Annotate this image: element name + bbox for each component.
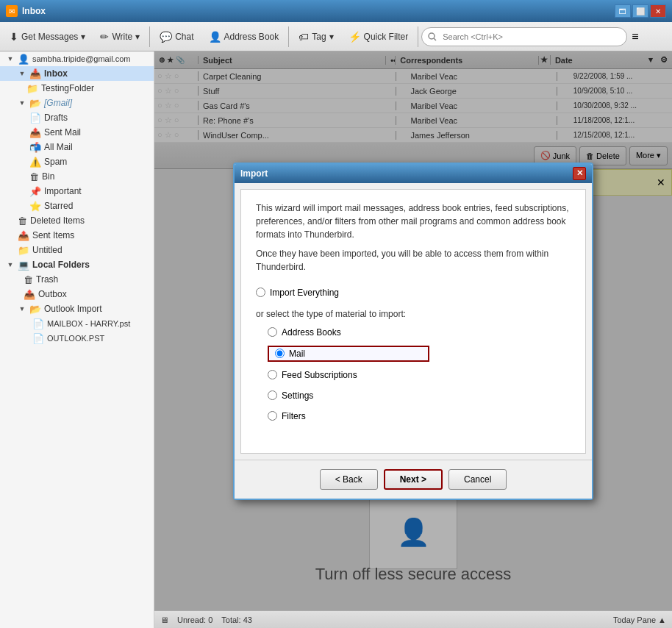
radio-import-everything-input[interactable] — [256, 288, 265, 297]
sidebar-item-starred[interactable]: ⭐ Starred — [0, 199, 154, 213]
outlook-toggle[interactable]: ▼ — [18, 304, 26, 313]
radio-address-books[interactable]: Address Books — [268, 325, 571, 340]
outbox-icon: 📤 — [24, 289, 35, 300]
radio-filters[interactable]: Filters — [268, 409, 571, 424]
modal-overlay: Import ✕ This wizard will import mail me… — [154, 51, 672, 610]
sidebar-item-local-folders[interactable]: ▼ 💻 Local Folders — [0, 257, 154, 272]
bin-label: Bin — [42, 171, 54, 182]
radio-feed-subscriptions[interactable]: Feed Subscriptions — [268, 368, 571, 382]
chat-button[interactable]: 💬 Chat — [153, 25, 200, 49]
sidebar-item-gmail[interactable]: ▼ 📂 [Gmail] — [0, 96, 154, 110]
write-button[interactable]: ✏ Write ▾ — [93, 25, 146, 49]
address-books-group: Address Books — [268, 325, 571, 340]
sidebar-account[interactable]: ▼ 👤 sambha.tripide@gmail.com — [0, 51, 154, 66]
get-messages-dropdown-icon[interactable]: ▾ — [81, 32, 85, 42]
radio-filters-input[interactable] — [268, 411, 277, 421]
radio-feed-subscriptions-input[interactable] — [268, 370, 277, 379]
radio-feed-subscriptions-label: Feed Subscriptions — [282, 370, 357, 380]
window-title: Inbox — [22, 6, 615, 16]
local-folders-toggle[interactable]: ▼ — [6, 260, 15, 269]
sidebar-item-inbox[interactable]: ▼ 📥 Inbox — [0, 66, 154, 81]
testing-icon: 📁 — [26, 83, 38, 94]
tag-button[interactable]: 🏷 Tag ▾ — [292, 25, 340, 49]
sidebar-item-sent-mail[interactable]: 📤 Sent Mail — [0, 125, 154, 140]
window-controls: 🗔 ⬜ ✕ — [615, 4, 666, 18]
tag-dropdown-icon[interactable]: ▾ — [329, 32, 334, 42]
sidebar-item-testing[interactable]: 📁 TestingFolder — [0, 81, 154, 96]
sidebar-item-important[interactable]: 📌 Important — [0, 184, 154, 199]
address-book-icon: 👤 — [209, 31, 221, 43]
network-icon: 🖥 — [160, 615, 168, 624]
untitled-label: Untitled — [32, 245, 62, 255]
minimize-button[interactable]: 🗔 — [615, 4, 631, 18]
close-button[interactable]: ✕ — [650, 4, 666, 18]
mailbox-harry-label: MAILBOX - HARRY.pst — [47, 319, 130, 328]
local-folders-label: Local Folders — [32, 260, 90, 270]
feed-subs-group: Feed Subscriptions — [268, 368, 571, 382]
sidebar-item-outlook-import[interactable]: ▼ 📂 Outlook Import — [0, 301, 154, 316]
radio-import-everything-label: Import Everything — [270, 288, 339, 298]
quick-filter-button[interactable]: ⚡ Quick Filter — [342, 25, 415, 49]
toolbar-separator-2 — [288, 26, 289, 47]
sidebar-item-outlook-pst[interactable]: 📄 OUTLOOK.PST — [0, 331, 154, 346]
trash-label: Trash — [36, 274, 58, 285]
title-bar: ✉ Inbox 🗔 ⬜ ✕ — [0, 0, 672, 22]
sidebar-item-trash[interactable]: 🗑 Trash — [0, 272, 154, 287]
radio-address-books-input[interactable] — [268, 327, 277, 337]
gmail-label: [Gmail] — [44, 98, 72, 108]
radio-settings[interactable]: Settings — [268, 388, 571, 403]
next-button[interactable]: Next > — [384, 469, 443, 490]
sidebar-item-untitled[interactable]: 📁 Untitled — [0, 243, 154, 257]
toolbar-separator-3 — [418, 26, 418, 47]
import-dialog: Import ✕ This wizard will import mail me… — [233, 163, 593, 500]
gmail-icon: 📂 — [29, 98, 41, 109]
content-area: ⊕ ★ 📎 Subject •• Correspondents ★ Date ▾… — [154, 51, 672, 628]
address-book-button[interactable]: 👤 Address Book — [202, 25, 286, 49]
write-icon: ✏ — [100, 31, 109, 43]
radio-address-books-label: Address Books — [282, 327, 341, 338]
sidebar-item-all-mail[interactable]: 📬 All Mail — [0, 140, 154, 154]
today-pane-button[interactable]: Today Pane ▲ — [613, 615, 666, 624]
sent-items-label: Sent Items — [32, 230, 74, 240]
gmail-toggle[interactable]: ▼ — [18, 99, 26, 107]
total-count: Total: 43 — [221, 615, 252, 624]
sidebar-item-spam[interactable]: ⚠️ Spam — [0, 154, 154, 169]
write-dropdown-icon[interactable]: ▾ — [135, 32, 140, 42]
import-everything-group: Import Everything — [256, 285, 571, 300]
local-folders-icon: 💻 — [18, 260, 29, 271]
get-messages-button[interactable]: ⬇ Get Messages ▾ — [3, 25, 92, 49]
sidebar-item-bin[interactable]: 🗑 Bin — [0, 169, 154, 184]
radio-mail[interactable]: Mail — [268, 346, 429, 362]
dialog-desc-1: This wizard will import mail messages, a… — [256, 201, 571, 241]
menu-icon[interactable]: ≡ — [629, 30, 641, 43]
account-email: sambha.tripide@gmail.com — [32, 54, 130, 63]
sidebar-item-deleted[interactable]: 🗑 Deleted Items — [0, 213, 154, 228]
important-icon: 📌 — [29, 186, 41, 197]
search-input[interactable] — [421, 27, 627, 46]
sidebar-item-drafts[interactable]: 📄 Drafts — [0, 110, 154, 125]
maximize-button[interactable]: ⬜ — [632, 4, 648, 18]
sidebar-item-mailbox-harry[interactable]: 📄 MAILBOX - HARRY.pst — [0, 316, 154, 331]
account-icon: 👤 — [18, 54, 29, 65]
radio-mail-input[interactable] — [275, 349, 285, 358]
dialog-description: This wizard will import mail messages, a… — [256, 201, 571, 274]
radio-settings-input[interactable] — [268, 390, 277, 400]
sent-items-icon: 📤 — [18, 230, 29, 241]
drafts-label: Drafts — [44, 113, 68, 123]
dialog-close-button[interactable]: ✕ — [573, 167, 586, 180]
sidebar-item-outbox[interactable]: 📤 Outbox — [0, 287, 154, 301]
account-toggle[interactable]: ▼ — [6, 54, 15, 63]
radio-import-everything[interactable]: Import Everything — [256, 285, 571, 300]
get-messages-icon: ⬇ — [10, 31, 18, 43]
inbox-toggle[interactable]: ▼ — [18, 69, 26, 78]
drafts-icon: 📄 — [29, 113, 41, 124]
outlook-pst-label: OUTLOOK.PST — [47, 334, 104, 343]
sidebar-item-sent-items[interactable]: 📤 Sent Items — [0, 228, 154, 243]
filter-icon: ⚡ — [348, 31, 361, 43]
mail-group: Mail — [268, 346, 571, 362]
cancel-label: Cancel — [464, 474, 491, 485]
cancel-button[interactable]: Cancel — [448, 469, 507, 490]
back-button[interactable]: < Back — [320, 469, 378, 490]
sent-mail-label: Sent Mail — [44, 127, 81, 138]
untitled-icon: 📁 — [18, 245, 29, 256]
